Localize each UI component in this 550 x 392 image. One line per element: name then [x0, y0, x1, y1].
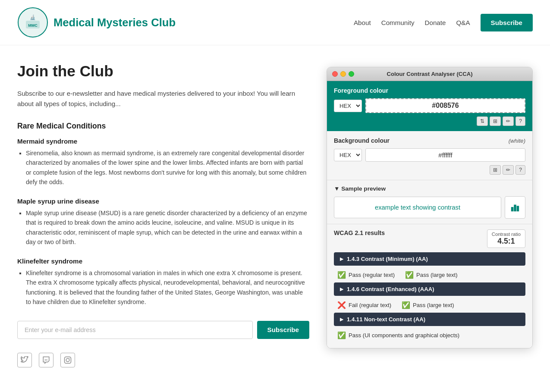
preview-text: example text showing contrast — [375, 204, 460, 211]
wcag-results-143: ✅ Pass (regular text) ✅ Pass (large text… — [334, 268, 525, 282]
condition-title-klinefelter: Klinefelter syndrome — [17, 257, 309, 265]
pass-icon-146-large: ✅ — [402, 301, 410, 309]
chart-button[interactable] — [505, 196, 525, 219]
result-1411-ui: ✅ Pass (UI components and graphical obje… — [337, 331, 459, 339]
bg-help-icon[interactable]: ? — [515, 165, 525, 175]
result-143-large: ✅ Pass (large text) — [405, 271, 457, 279]
wcag-arrow-146: ▶ — [340, 286, 343, 292]
social-icons — [17, 353, 309, 367]
result-text-1411-ui: Pass (UI components and graphical object… — [349, 332, 459, 339]
instagram-icon[interactable] — [60, 353, 75, 367]
section-heading: Rare Medical Conditions — [17, 122, 309, 131]
result-146-regular: ❌ Fail (regular text) — [337, 301, 391, 309]
svg-rect-11 — [517, 206, 519, 211]
window-controls — [332, 71, 354, 77]
page-title: Join the Club — [17, 63, 309, 80]
svg-point-7 — [66, 358, 69, 362]
logo-icon: 🔬 MMC — [17, 7, 48, 38]
condition-title-mermaid: Mermaid syndrome — [17, 138, 309, 145]
pass-icon-1411-ui: ✅ — [337, 331, 346, 339]
bg-hex-input[interactable] — [365, 148, 525, 162]
fg-hex-input[interactable] — [365, 98, 525, 113]
site-title: Medical Mysteries Club — [53, 16, 176, 29]
preview-row: example text showing contrast — [334, 196, 525, 219]
logo-area: 🔬 MMC Medical Mysteries Club — [17, 7, 176, 38]
result-143-regular: ✅ Pass (regular text) — [337, 271, 395, 279]
bg-header: Background colour (white) — [334, 137, 525, 144]
maximize-dot[interactable] — [349, 71, 354, 77]
wcag-arrow-143: ▶ — [340, 256, 343, 262]
fg-icon-row: ⇅ ⊞ ✏ ? — [334, 116, 525, 126]
nav-community[interactable]: Community — [381, 19, 415, 26]
header: 🔬 MMC Medical Mysteries Club About Commu… — [0, 0, 550, 45]
foreground-input-row: HEX — [334, 98, 525, 113]
foreground-section: Foreground colour HEX ⇅ ⊞ ✏ ? — [327, 81, 532, 131]
foreground-label: Foreground colour — [334, 87, 525, 94]
bg-sliders-icon[interactable]: ⊞ — [490, 165, 501, 175]
bg-label: Background colour — [334, 137, 390, 144]
nav-about[interactable]: About — [354, 19, 371, 26]
cca-body: Foreground colour HEX ⇅ ⊞ ✏ ? Backgrou — [327, 81, 532, 348]
twitch-icon[interactable] — [39, 353, 53, 367]
close-dot[interactable] — [332, 71, 338, 77]
wcag-row-146[interactable]: ▶ 1.4.6 Contrast (Enhanced) (AAA) — [334, 282, 525, 296]
preview-text-box: example text showing contrast — [334, 197, 501, 218]
condition-desc-mermaid: Sirenomelia, also known as mermaid syndr… — [26, 148, 309, 187]
condition-desc-maple: Maple syrup urine disease (MSUD) is a ra… — [26, 208, 309, 247]
svg-point-8 — [69, 358, 70, 359]
condition-maple: Maple syrup urine disease Maple syrup ur… — [17, 198, 309, 247]
preview-header: ▼ Sample preview — [334, 185, 525, 192]
background-section: Background colour (white) HEX ⊞ ✏ ? — [327, 131, 532, 180]
condition-desc-klinefelter: Klinefelter syndrome is a chromosomal va… — [26, 268, 309, 307]
svg-rect-6 — [65, 357, 71, 363]
result-text-143-regular: Pass (regular text) — [349, 272, 395, 278]
email-input[interactable] — [17, 321, 253, 339]
result-text-143-large: Pass (large text) — [416, 272, 457, 278]
wcag-row-1411[interactable]: ▶ 1.4.11 Non-text Contrast (AA) — [334, 313, 525, 326]
wcag-header-row: WCAG 2.1 results Contrast ratio 4.5:1 — [334, 229, 525, 248]
bg-format-select[interactable]: HEX — [334, 149, 362, 161]
wcag-row-143[interactable]: ▶ 1.4.3 Contrast (Minimum) (AA) — [334, 252, 525, 266]
bg-eyedropper-icon[interactable]: ✏ — [503, 165, 514, 175]
wcag-label-146: 1.4.6 Contrast (Enhanced) (AAA) — [347, 286, 434, 292]
left-content: Join the Club Subscribe to our e-newslet… — [17, 63, 309, 367]
fg-format-select[interactable]: HEX — [334, 100, 362, 112]
result-146-large: ✅ Pass (large text) — [402, 301, 454, 309]
fg-swap-icon[interactable]: ⇅ — [477, 116, 488, 126]
main-content: Join the Club Subscribe to our e-newslet… — [0, 45, 550, 376]
wcag-arrow-1411: ▶ — [340, 317, 343, 322]
fg-help-icon[interactable]: ? — [515, 116, 525, 126]
intro-text: Subscribe to our e-newsletter and have m… — [17, 88, 309, 110]
pass-icon-143-large: ✅ — [405, 271, 414, 279]
cca-window: Colour Contrast Analyser (CCA) Foregroun… — [327, 67, 533, 348]
header-subscribe-button[interactable]: Subscribe — [481, 14, 533, 31]
wcag-title: WCAG 2.1 results — [334, 229, 385, 236]
minimize-dot[interactable] — [340, 71, 346, 77]
contrast-ratio-label: Contrast ratio — [492, 232, 521, 237]
nav-donate[interactable]: Donate — [425, 19, 446, 26]
bg-input-row: HEX — [334, 148, 525, 162]
svg-rect-9 — [512, 207, 513, 211]
fail-icon-146-regular: ❌ — [337, 301, 346, 309]
condition-klinefelter: Klinefelter syndrome Klinefelter syndrom… — [17, 257, 309, 307]
email-form: Subscribe — [17, 321, 309, 339]
wcag-label-143: 1.4.3 Contrast (Minimum) (AA) — [347, 256, 428, 262]
pass-icon-143-regular: ✅ — [337, 271, 346, 279]
twitter-icon[interactable] — [17, 353, 32, 367]
cca-window-title: Colour Contrast Analyser (CCA) — [387, 71, 472, 77]
svg-rect-10 — [514, 205, 516, 211]
contrast-ratio-box: Contrast ratio 4.5:1 — [487, 229, 525, 248]
fg-eyedropper-icon[interactable]: ✏ — [503, 116, 514, 126]
wcag-results-1411: ✅ Pass (UI components and graphical obje… — [334, 329, 525, 343]
preview-section: ▼ Sample preview example text showing co… — [327, 180, 532, 224]
form-subscribe-button[interactable]: Subscribe — [257, 321, 309, 339]
fg-sliders-icon[interactable]: ⊞ — [490, 116, 501, 126]
bg-icon-row: ⊞ ✏ ? — [334, 165, 525, 175]
result-text-146-regular: Fail (regular text) — [349, 302, 391, 308]
result-text-146-large: Pass (large text) — [413, 302, 454, 308]
wcag-label-1411: 1.4.11 Non-text Contrast (AA) — [347, 316, 425, 323]
condition-title-maple: Maple syrup urine disease — [17, 198, 309, 205]
condition-mermaid: Mermaid syndrome Sirenomelia, also known… — [17, 138, 309, 187]
nav-qa[interactable]: Q&A — [456, 19, 470, 26]
nav: About Community Donate Q&A Subscribe — [354, 14, 533, 31]
